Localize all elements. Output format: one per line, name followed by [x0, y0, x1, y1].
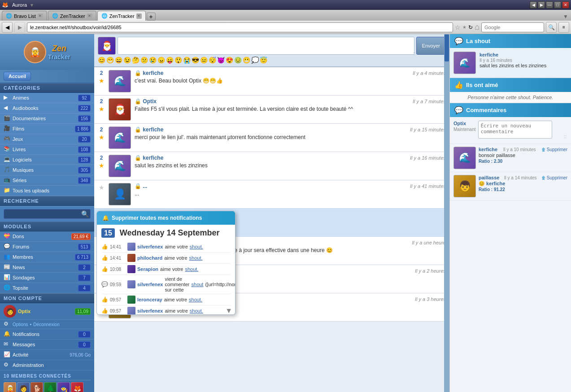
emoji-hmm[interactable]: 🤔: [132, 57, 139, 64]
sidebar-item-audiobooks[interactable]: ◀ Audiobooks 222: [0, 103, 94, 113]
notif-user-5[interactable]: leronceray: [137, 297, 162, 302]
comment-user-1[interactable]: kerfiche: [479, 147, 497, 152]
tab-zentracker-2[interactable]: 🌐 ZenTracker ✕: [97, 11, 146, 21]
member-avatar-1[interactable]: 🧝: [4, 382, 16, 392]
middle-scrollbar-thumb[interactable]: [445, 35, 449, 61]
new-tab-button[interactable]: +: [147, 13, 156, 21]
refresh-button[interactable]: ↻: [468, 24, 473, 30]
shout-author-1[interactable]: 🔒 kerfiche: [135, 70, 163, 76]
emoji-tongue[interactable]: 😛: [166, 57, 174, 64]
shout-author-3[interactable]: 🔒 kerfiche: [135, 126, 163, 133]
tab-close-btn-3[interactable]: ✕: [136, 13, 142, 19]
shout-author-2[interactable]: 🔒 Optix: [135, 98, 157, 105]
sidebar-item-sondages[interactable]: 📊 Sondages 7: [0, 273, 94, 283]
notif-link-5[interactable]: shout.: [189, 297, 202, 302]
shout-star-5[interactable]: ★: [99, 184, 105, 191]
emoji-teeth[interactable]: 😬: [243, 57, 250, 64]
home-button[interactable]: ⌂: [475, 22, 479, 32]
emoji-neutral[interactable]: 😐: [200, 57, 208, 64]
shout-star-1[interactable]: ★: [99, 77, 105, 84]
address-input[interactable]: [27, 22, 453, 32]
shout-star-3[interactable]: ★: [99, 134, 105, 141]
emoji-sick[interactable]: 🤢: [234, 57, 242, 64]
notif-user-1[interactable]: silverfenex: [137, 244, 163, 249]
notif-link-1[interactable]: shout.: [190, 244, 203, 249]
sidebar-item-notifications[interactable]: 🔔 Notifications 0: [0, 329, 94, 340]
comment-user-2[interactable]: paillasse: [479, 175, 499, 180]
search-input[interactable]: [481, 22, 544, 32]
sidebar-item-messages[interactable]: ✉ Messages 0: [0, 340, 94, 350]
emoji-love[interactable]: 😍: [226, 57, 233, 64]
member-avatar-2[interactable]: 🧑: [17, 382, 30, 392]
shout-author-5[interactable]: 🔒 ...: [135, 183, 147, 189]
emoji-shocked[interactable]: 😲: [174, 57, 182, 64]
smart-bookmark[interactable]: ★: [462, 25, 466, 30]
tab-zentracker-1[interactable]: 🌐 ZenTracker ✕: [48, 11, 96, 21]
sidebar-item-forums[interactable]: 💬 Forums 513: [0, 242, 94, 252]
sidebar-item-activite[interactable]: 📈 Activité 976,06 Go: [0, 350, 94, 360]
shout-star-2[interactable]: ★: [99, 105, 105, 113]
emoji-laugh[interactable]: 😄: [115, 57, 122, 64]
sidebar-item-jeux[interactable]: 🎮 Jeux 20: [0, 134, 94, 144]
deconnexion-link[interactable]: Déconnexion: [33, 322, 59, 327]
close-btn[interactable]: ✕: [562, 1, 569, 9]
sidebar-item-news[interactable]: 📰 News 2: [0, 262, 94, 273]
comment-text-input[interactable]: [478, 121, 552, 139]
emoji-cry[interactable]: 😭: [183, 57, 191, 64]
sidebar-item-dons[interactable]: 💝 Dons 21,69 €: [0, 231, 94, 242]
options-link[interactable]: Options: [13, 322, 28, 327]
sidebar-item-livres[interactable]: 📚 Livres 108: [0, 144, 94, 155]
member-avatar-6[interactable]: 🦊: [71, 382, 83, 392]
scroll-down-notif[interactable]: ▼: [225, 307, 232, 314]
emoji-grin[interactable]: 😁: [106, 57, 114, 64]
sidebar-item-series[interactable]: 📺 Séries 348: [0, 175, 94, 186]
sidebar-item-administration[interactable]: ⚙ Administration: [0, 360, 94, 370]
maximize-btn[interactable]: □: [554, 1, 561, 9]
tab-close-btn[interactable]: ✕: [38, 13, 43, 19]
notif-link-6[interactable]: shout.: [190, 308, 203, 314]
accueil-button[interactable]: Accueil: [4, 72, 31, 81]
prev-btn[interactable]: ◀: [530, 1, 537, 9]
sidebar-item-logiciels[interactable]: 💻 Logiciels 128: [0, 155, 94, 165]
sidebar-item-membres[interactable]: 👥 Membres 6 713: [0, 252, 94, 262]
sidebar-item-musiques[interactable]: 🎵 Musiques 305: [0, 165, 94, 175]
minimize-btn[interactable]: —: [546, 1, 553, 9]
tab-close-btn-2[interactable]: ✕: [87, 13, 92, 19]
next-btn[interactable]: ▶: [538, 1, 545, 9]
notif-link-2[interactable]: shout.: [189, 255, 203, 261]
sidebar-item-tous-uploads[interactable]: 📁 Tous les uploads: [0, 186, 94, 196]
notif-user-6[interactable]: silverfenex: [137, 308, 163, 314]
shout-text-input[interactable]: [118, 37, 414, 55]
emoji-think[interactable]: 💭: [251, 57, 259, 64]
notif-link-4[interactable]: shout: [192, 282, 204, 287]
dismiss-notifications-button[interactable]: 🔔 Supprimer toutes mes notifications: [97, 211, 235, 225]
emoji-sleep[interactable]: 😴: [209, 57, 216, 64]
search-button[interactable]: 🔍: [546, 22, 557, 33]
search-sidebar-input[interactable]: [4, 209, 91, 219]
sidebar-item-films[interactable]: 🎥 Films 1 886: [0, 124, 94, 134]
notif-user-2[interactable]: philochard: [137, 255, 162, 261]
sidebar-item-documentaires[interactable]: 🎬 Documentaires 156: [0, 113, 94, 124]
comment-delete-2[interactable]: 🗑 Supprimer: [541, 175, 567, 180]
emoji-confused[interactable]: 😕: [140, 57, 148, 64]
back-button[interactable]: ◀: [2, 22, 13, 33]
tab-bravo-list[interactable]: 🌐 Bravo List ✕: [2, 11, 47, 21]
emoji-angry[interactable]: 😠: [157, 57, 165, 64]
bookmark-star[interactable]: ☆: [455, 24, 461, 31]
sidebar-item-animes[interactable]: ▶ Animes 92: [0, 93, 94, 103]
emoji-sad[interactable]: 😢: [149, 57, 157, 64]
forward-button[interactable]: ▶: [14, 22, 25, 33]
tabs-menu-btn[interactable]: ▼: [562, 13, 569, 21]
comment-delete-1[interactable]: 🗑 Supprimer: [541, 147, 567, 152]
emoji-devil[interactable]: 😈: [217, 57, 225, 64]
member-avatar-5[interactable]: 🧙: [57, 382, 70, 392]
emoji-wink[interactable]: 😉: [123, 57, 131, 64]
member-avatar-4[interactable]: 🌲: [44, 382, 57, 392]
latest-shout-user[interactable]: kerfiche: [479, 52, 498, 57]
send-shout-button[interactable]: Envoyer: [416, 37, 446, 55]
sidebar-item-topsite[interactable]: 🌐 Topsite 4: [0, 283, 94, 293]
emoji-cool[interactable]: 😎: [192, 57, 199, 64]
search-sidebar-icon[interactable]: 🔍: [81, 210, 89, 218]
emoji-halo[interactable]: 😇: [260, 57, 267, 64]
member-avatar-3[interactable]: 🐕: [31, 382, 43, 392]
